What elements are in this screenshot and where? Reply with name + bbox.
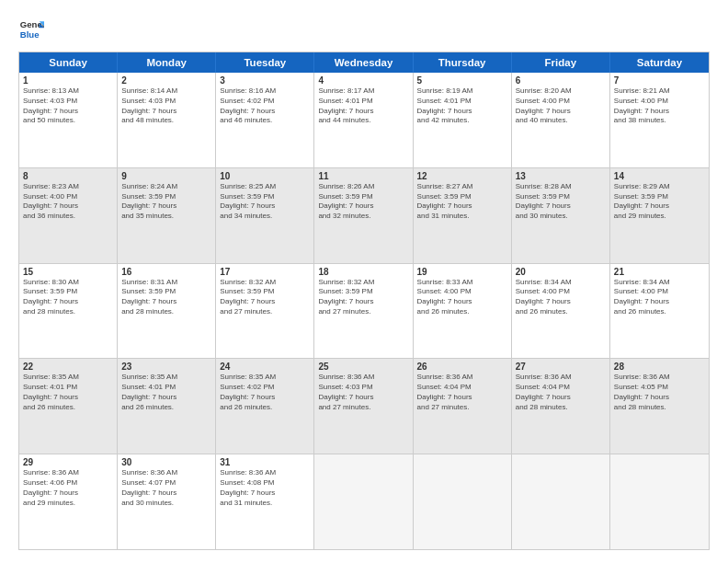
header: General Blue (18, 17, 710, 42)
day-info: Sunrise: 8:25 AM Sunset: 3:59 PM Dayligh… (220, 182, 310, 222)
day-number: 11 (318, 171, 408, 181)
day-number: 7 (614, 75, 705, 86)
calendar-cell: 29Sunrise: 8:36 AM Sunset: 4:06 PM Dayli… (19, 454, 118, 549)
day-info: Sunrise: 8:34 AM Sunset: 4:00 PM Dayligh… (516, 278, 606, 317)
day-info: Sunrise: 8:35 AM Sunset: 4:02 PM Dayligh… (220, 373, 310, 412)
calendar-cell (414, 454, 512, 549)
day-info: Sunrise: 8:27 AM Sunset: 3:59 PM Dayligh… (417, 182, 507, 222)
day-number: 23 (121, 362, 211, 372)
day-number: 6 (516, 75, 606, 86)
calendar-row: 22Sunrise: 8:35 AM Sunset: 4:01 PM Dayli… (19, 358, 709, 454)
day-info: Sunrise: 8:17 AM Sunset: 4:01 PM Dayligh… (318, 86, 408, 126)
day-number: 10 (220, 171, 310, 181)
calendar-cell: 26Sunrise: 8:36 AM Sunset: 4:04 PM Dayli… (414, 359, 512, 454)
calendar-cell: 28Sunrise: 8:36 AM Sunset: 4:05 PM Dayli… (610, 359, 709, 454)
calendar-cell: 14Sunrise: 8:29 AM Sunset: 3:59 PM Dayli… (610, 168, 709, 263)
logo: General Blue (18, 17, 44, 42)
day-info: Sunrise: 8:36 AM Sunset: 4:06 PM Dayligh… (23, 468, 113, 508)
calendar-cell (512, 454, 610, 549)
day-number: 21 (614, 267, 705, 277)
day-number: 8 (23, 171, 113, 181)
calendar-cell: 16Sunrise: 8:31 AM Sunset: 3:59 PM Dayli… (118, 264, 216, 359)
calendar-body: 1Sunrise: 8:13 AM Sunset: 4:03 PM Daylig… (19, 73, 709, 549)
day-number: 20 (516, 267, 606, 277)
calendar-cell: 24Sunrise: 8:35 AM Sunset: 4:02 PM Dayli… (216, 359, 314, 454)
day-info: Sunrise: 8:36 AM Sunset: 4:07 PM Dayligh… (121, 468, 211, 508)
weekday-header: Sunday (19, 52, 118, 73)
day-info: Sunrise: 8:19 AM Sunset: 4:01 PM Dayligh… (417, 86, 507, 126)
calendar-row: 15Sunrise: 8:30 AM Sunset: 3:59 PM Dayli… (19, 263, 709, 359)
calendar-row: 1Sunrise: 8:13 AM Sunset: 4:03 PM Daylig… (19, 73, 709, 167)
day-info: Sunrise: 8:16 AM Sunset: 4:02 PM Dayligh… (220, 86, 310, 126)
day-number: 17 (220, 267, 310, 277)
day-info: Sunrise: 8:36 AM Sunset: 4:03 PM Dayligh… (318, 373, 408, 412)
day-number: 29 (23, 457, 113, 467)
calendar-cell: 11Sunrise: 8:26 AM Sunset: 3:59 PM Dayli… (314, 168, 413, 263)
day-info: Sunrise: 8:21 AM Sunset: 4:00 PM Dayligh… (614, 86, 705, 126)
day-number: 2 (121, 75, 211, 86)
calendar-cell: 22Sunrise: 8:35 AM Sunset: 4:01 PM Dayli… (19, 359, 118, 454)
calendar-cell (610, 454, 709, 549)
day-number: 3 (220, 75, 310, 86)
day-number: 26 (417, 362, 507, 372)
calendar-cell: 2Sunrise: 8:14 AM Sunset: 4:03 PM Daylig… (118, 73, 216, 167)
calendar-cell: 9Sunrise: 8:24 AM Sunset: 3:59 PM Daylig… (118, 168, 216, 263)
day-info: Sunrise: 8:36 AM Sunset: 4:08 PM Dayligh… (220, 468, 310, 508)
calendar-row: 29Sunrise: 8:36 AM Sunset: 4:06 PM Dayli… (19, 454, 709, 549)
calendar-cell: 20Sunrise: 8:34 AM Sunset: 4:00 PM Dayli… (512, 264, 610, 359)
day-info: Sunrise: 8:29 AM Sunset: 3:59 PM Dayligh… (614, 182, 705, 222)
day-info: Sunrise: 8:35 AM Sunset: 4:01 PM Dayligh… (23, 373, 113, 412)
calendar-cell: 7Sunrise: 8:21 AM Sunset: 4:00 PM Daylig… (610, 73, 709, 167)
calendar-cell: 13Sunrise: 8:28 AM Sunset: 3:59 PM Dayli… (512, 168, 610, 263)
calendar-cell: 31Sunrise: 8:36 AM Sunset: 4:08 PM Dayli… (216, 454, 314, 549)
page: General Blue SundayMondayTuesdayWednesda… (0, 0, 728, 563)
day-number: 28 (614, 362, 705, 372)
day-number: 16 (121, 267, 211, 277)
weekday-header: Tuesday (216, 52, 314, 73)
calendar-row: 8Sunrise: 8:23 AM Sunset: 4:00 PM Daylig… (19, 167, 709, 263)
calendar-cell: 17Sunrise: 8:32 AM Sunset: 3:59 PM Dayli… (216, 264, 314, 359)
calendar-cell: 25Sunrise: 8:36 AM Sunset: 4:03 PM Dayli… (314, 359, 413, 454)
calendar-cell: 3Sunrise: 8:16 AM Sunset: 4:02 PM Daylig… (216, 73, 314, 167)
calendar-cell: 10Sunrise: 8:25 AM Sunset: 3:59 PM Dayli… (216, 168, 314, 263)
day-number: 25 (318, 362, 408, 372)
calendar-cell: 5Sunrise: 8:19 AM Sunset: 4:01 PM Daylig… (414, 73, 512, 167)
calendar-header: SundayMondayTuesdayWednesdayThursdayFrid… (19, 52, 709, 73)
calendar-cell: 27Sunrise: 8:36 AM Sunset: 4:04 PM Dayli… (512, 359, 610, 454)
day-number: 18 (318, 267, 408, 277)
day-number: 27 (516, 362, 606, 372)
calendar-cell (314, 454, 413, 549)
day-info: Sunrise: 8:13 AM Sunset: 4:03 PM Dayligh… (23, 86, 113, 126)
day-number: 14 (614, 171, 705, 181)
calendar-cell: 23Sunrise: 8:35 AM Sunset: 4:01 PM Dayli… (118, 359, 216, 454)
calendar-cell: 4Sunrise: 8:17 AM Sunset: 4:01 PM Daylig… (314, 73, 413, 167)
day-info: Sunrise: 8:34 AM Sunset: 4:00 PM Dayligh… (614, 278, 705, 317)
day-number: 22 (23, 362, 113, 372)
logo-icon: General Blue (18, 17, 44, 42)
calendar-cell: 1Sunrise: 8:13 AM Sunset: 4:03 PM Daylig… (19, 73, 118, 167)
day-number: 1 (23, 75, 113, 86)
calendar: SundayMondayTuesdayWednesdayThursdayFrid… (18, 52, 710, 550)
day-info: Sunrise: 8:36 AM Sunset: 4:04 PM Dayligh… (516, 373, 606, 412)
calendar-cell: 6Sunrise: 8:20 AM Sunset: 4:00 PM Daylig… (512, 73, 610, 167)
day-info: Sunrise: 8:23 AM Sunset: 4:00 PM Dayligh… (23, 182, 113, 222)
day-info: Sunrise: 8:24 AM Sunset: 3:59 PM Dayligh… (121, 182, 211, 222)
day-info: Sunrise: 8:35 AM Sunset: 4:01 PM Dayligh… (121, 373, 211, 412)
day-info: Sunrise: 8:20 AM Sunset: 4:00 PM Dayligh… (516, 86, 606, 126)
calendar-cell: 18Sunrise: 8:32 AM Sunset: 3:59 PM Dayli… (314, 264, 413, 359)
day-info: Sunrise: 8:32 AM Sunset: 3:59 PM Dayligh… (318, 278, 408, 317)
weekday-header: Monday (118, 52, 216, 73)
day-number: 24 (220, 362, 310, 372)
weekday-header: Thursday (414, 52, 512, 73)
day-number: 13 (516, 171, 606, 181)
calendar-cell: 8Sunrise: 8:23 AM Sunset: 4:00 PM Daylig… (19, 168, 118, 263)
day-number: 31 (220, 457, 310, 467)
day-info: Sunrise: 8:30 AM Sunset: 3:59 PM Dayligh… (23, 278, 113, 317)
day-info: Sunrise: 8:33 AM Sunset: 4:00 PM Dayligh… (417, 278, 507, 317)
calendar-cell: 30Sunrise: 8:36 AM Sunset: 4:07 PM Dayli… (118, 454, 216, 549)
day-number: 30 (121, 457, 211, 467)
svg-text:Blue: Blue (20, 29, 40, 40)
weekday-header: Saturday (610, 52, 709, 73)
weekday-header: Wednesday (314, 52, 413, 73)
day-info: Sunrise: 8:36 AM Sunset: 4:04 PM Dayligh… (417, 373, 507, 412)
